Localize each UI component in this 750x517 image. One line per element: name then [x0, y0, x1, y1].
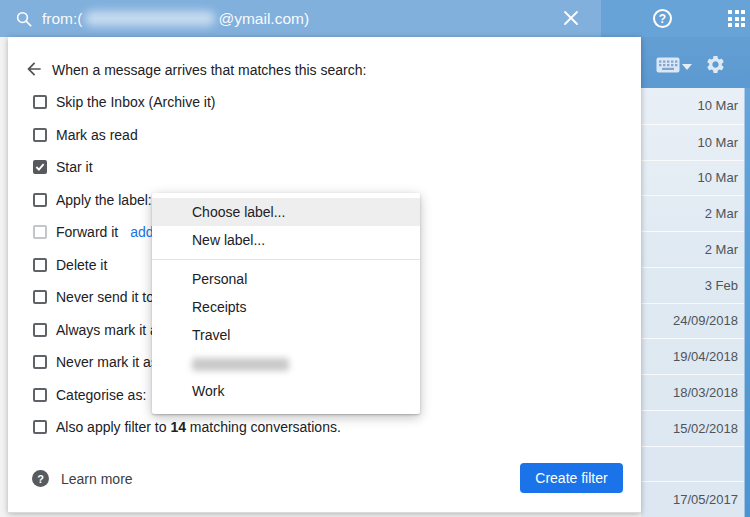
label-menu-item[interactable]: New label... — [152, 226, 420, 254]
search-bar[interactable]: from:(@ymail.com) — [0, 0, 601, 37]
email-row[interactable]: 15/02/2018 — [641, 410, 750, 446]
checkbox[interactable] — [33, 355, 47, 369]
filter-option-row[interactable]: Skip the Inbox (Archive it) — [33, 86, 637, 119]
label-menu-item[interactable]: Personal — [152, 265, 420, 293]
email-date: 2 Mar — [705, 242, 738, 257]
filter-option-label: Forward it — [56, 224, 118, 240]
email-row[interactable]: 3 Feb — [641, 267, 750, 303]
keyboard-input-icon[interactable] — [656, 57, 680, 77]
filter-option-label: Star it — [56, 159, 93, 175]
help-icon[interactable]: ? — [653, 9, 672, 28]
apps-grid-icon[interactable] — [728, 10, 745, 27]
filter-option-row[interactable]: Also apply filter to 14 matching convers… — [33, 411, 637, 444]
close-search-icon[interactable] — [563, 10, 579, 26]
help-filled-icon: ? — [32, 470, 49, 487]
redacted-label — [192, 358, 289, 371]
checkbox[interactable] — [33, 128, 47, 142]
filter-option-label: Apply the label: — [56, 192, 152, 208]
back-arrow-icon[interactable] — [24, 59, 44, 79]
search-icon — [15, 10, 33, 28]
label-menu-item[interactable]: Choose label... — [152, 198, 420, 226]
menu-separator — [152, 259, 420, 260]
panel-title: When a message arrives that matches this… — [52, 62, 366, 78]
filter-option-row[interactable]: Star it — [33, 151, 637, 184]
check-icon — [35, 162, 45, 172]
label-menu-item[interactable]: Receipts — [152, 293, 420, 321]
email-date: 17/05/2017 — [673, 492, 738, 507]
email-date: 18/03/2018 — [673, 385, 738, 400]
top-bar: from:(@ymail.com) ? — [0, 0, 750, 37]
email-row[interactable] — [641, 446, 750, 482]
email-date: 24/09/2018 — [673, 313, 738, 328]
filter-option-label: Mark as read — [56, 127, 138, 143]
email-date: 3 Feb — [705, 278, 738, 293]
redacted-email-name — [85, 11, 215, 26]
chevron-down-icon[interactable] — [682, 64, 692, 70]
email-date: 10 Mar — [698, 170, 738, 185]
filter-option-row[interactable]: Mark as read — [33, 118, 637, 151]
checkbox[interactable] — [33, 193, 47, 207]
email-date: 10 Mar — [698, 135, 738, 150]
email-row[interactable]: 24/09/2018 — [641, 303, 750, 339]
filter-option-label: Skip the Inbox (Archive it) — [56, 94, 216, 110]
checkbox[interactable] — [33, 420, 47, 434]
email-row[interactable]: 18/03/2018 — [641, 374, 750, 410]
learn-more-label: Learn more — [61, 471, 133, 487]
search-query-suffix: @ymail.com) — [218, 10, 309, 28]
email-row[interactable]: 2 Mar — [641, 231, 750, 267]
email-row[interactable]: 2 Mar — [641, 195, 750, 231]
email-row[interactable]: 10 Mar — [641, 160, 750, 196]
email-row[interactable]: 17/05/2017 — [641, 481, 750, 517]
gear-icon[interactable] — [705, 54, 726, 75]
email-row[interactable]: 19/04/2018 — [641, 338, 750, 374]
email-row[interactable]: 10 Mar — [641, 88, 750, 124]
label-menu-item[interactable] — [152, 349, 420, 377]
label-menu: Choose label... New label... Personal Re… — [152, 193, 420, 414]
checkbox[interactable] — [33, 323, 47, 337]
checkbox[interactable] — [33, 258, 47, 272]
label-menu-item[interactable]: Travel — [152, 321, 420, 349]
label-menu-item[interactable]: Work — [152, 377, 420, 405]
checkbox[interactable] — [33, 95, 47, 109]
gmail-window: from:(@ymail.com) ? 10 Mar 10 Mar 10 Mar… — [0, 0, 750, 517]
filter-option-label: Delete it — [56, 257, 107, 273]
checkbox[interactable] — [33, 225, 47, 239]
checkbox[interactable] — [33, 388, 47, 402]
email-date: 2 Mar — [705, 206, 738, 221]
create-filter-button[interactable]: Create filter — [520, 463, 623, 493]
search-query-prefix: from:( — [42, 10, 82, 28]
filter-option-label: Categorise as: — [56, 387, 146, 403]
email-row[interactable]: 10 Mar — [641, 124, 750, 160]
scrollbar-strip[interactable] — [744, 88, 750, 517]
learn-more-link[interactable]: ? Learn more — [32, 470, 133, 487]
checkbox[interactable] — [33, 290, 47, 304]
filter-option-label: Also apply filter to 14 matching convers… — [56, 419, 341, 435]
email-list: 10 Mar 10 Mar 10 Mar 2 Mar 2 Mar 3 Feb 2… — [641, 88, 750, 517]
email-date: 10 Mar — [698, 98, 738, 113]
search-query[interactable]: from:(@ymail.com) — [42, 10, 309, 28]
checkbox[interactable] — [33, 160, 47, 174]
email-date: 15/02/2018 — [673, 421, 738, 436]
email-date: 19/04/2018 — [673, 349, 738, 364]
